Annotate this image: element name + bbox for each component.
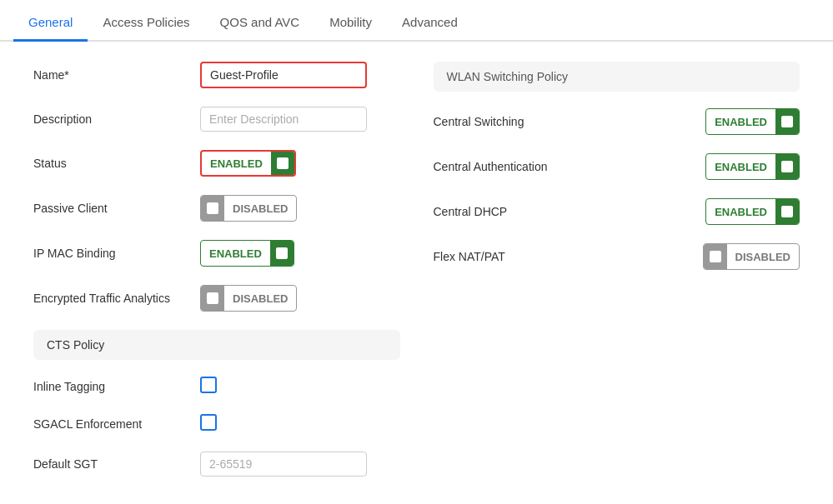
status-toggle-square xyxy=(271,152,294,175)
flex-nat-toggle-square xyxy=(704,244,727,269)
inline-tagging-checkbox[interactable] xyxy=(200,377,217,393)
sgacl-label: SGACL Enforcement xyxy=(33,417,200,431)
central-dhcp-label: Central DHCP xyxy=(434,205,706,218)
tab-qos-avc[interactable]: QOS and AVC xyxy=(205,5,315,42)
eta-row: Encrypted Traffic Analytics DISABLED xyxy=(33,285,400,312)
central-auth-toggle-square xyxy=(775,154,799,179)
central-auth-toggle-label: ENABLED xyxy=(706,154,775,179)
central-dhcp-toggle-square xyxy=(775,199,799,224)
default-sgt-control xyxy=(200,452,400,477)
cts-policy-section: CTS Policy xyxy=(33,330,400,360)
tabs-bar: General Access Policies QOS and AVC Mobi… xyxy=(0,0,833,42)
eta-control: DISABLED xyxy=(200,285,400,312)
status-row: Status ENABLED xyxy=(33,150,400,177)
central-switching-row: Central Switching ENABLED xyxy=(434,108,800,135)
description-row: Description xyxy=(33,107,400,132)
passive-client-toggle[interactable]: DISABLED xyxy=(200,195,297,222)
wlan-switching-title: WLAN Switching Policy xyxy=(434,62,800,92)
central-switching-label: Central Switching xyxy=(434,115,706,128)
passive-client-toggle-label: DISABLED xyxy=(224,196,296,221)
inline-tagging-control xyxy=(200,377,400,396)
status-label: Status xyxy=(33,157,200,170)
tab-mobility[interactable]: Mobility xyxy=(314,5,387,42)
default-sgt-row: Default SGT xyxy=(33,452,400,477)
central-auth-toggle[interactable]: ENABLED xyxy=(705,153,800,180)
central-switching-control: ENABLED xyxy=(705,108,800,135)
right-panel: WLAN Switching Policy Central Switching … xyxy=(434,62,800,495)
sgacl-checkbox[interactable] xyxy=(200,414,217,431)
central-auth-indicator xyxy=(781,161,793,172)
description-label: Description xyxy=(33,112,200,126)
ip-mac-toggle-square xyxy=(270,241,294,266)
name-control xyxy=(200,62,400,88)
tab-access-policies[interactable]: Access Policies xyxy=(88,5,204,42)
description-input[interactable] xyxy=(200,107,367,132)
central-auth-label: Central Authentication xyxy=(434,160,706,173)
default-sgt-input[interactable] xyxy=(200,452,367,477)
flex-nat-control: DISABLED xyxy=(703,243,800,270)
passive-client-label: Passive Client xyxy=(33,202,200,215)
central-dhcp-row: Central DHCP ENABLED xyxy=(434,198,800,225)
flex-nat-toggle-label: DISABLED xyxy=(727,244,799,269)
central-switching-toggle-square xyxy=(775,109,799,134)
tab-general[interactable]: General xyxy=(13,5,88,42)
flex-nat-label: Flex NAT/PAT xyxy=(434,250,703,263)
inline-tagging-label: Inline Tagging xyxy=(33,380,200,393)
eta-label: Encrypted Traffic Analytics xyxy=(33,292,200,305)
inline-tagging-row: Inline Tagging xyxy=(33,377,400,396)
ip-mac-toggle-label: ENABLED xyxy=(201,241,270,266)
central-dhcp-toggle-label: ENABLED xyxy=(706,199,775,224)
central-switching-indicator xyxy=(781,116,793,127)
central-dhcp-toggle[interactable]: ENABLED xyxy=(705,198,800,225)
flex-nat-indicator xyxy=(710,251,721,262)
status-toggle-indicator xyxy=(277,157,289,169)
passive-client-indicator xyxy=(207,202,218,214)
status-control: ENABLED xyxy=(200,150,400,177)
passive-client-toggle-square xyxy=(201,196,224,221)
name-label: Name* xyxy=(33,68,200,82)
tab-advanced[interactable]: Advanced xyxy=(387,5,473,42)
sgacl-row: SGACL Enforcement xyxy=(33,414,400,433)
passive-client-control: DISABLED xyxy=(200,195,400,222)
ip-mac-control: ENABLED xyxy=(200,240,400,267)
description-control xyxy=(200,107,400,132)
ip-mac-toggle[interactable]: ENABLED xyxy=(200,240,294,267)
passive-client-row: Passive Client DISABLED xyxy=(33,195,400,222)
ip-mac-indicator xyxy=(276,247,288,259)
main-content: Name* Description Status ENABLED xyxy=(0,42,833,504)
central-dhcp-control: ENABLED xyxy=(705,198,800,225)
flex-nat-row: Flex NAT/PAT DISABLED xyxy=(434,243,800,270)
central-auth-control: ENABLED xyxy=(705,153,800,180)
ip-mac-label: IP MAC Binding xyxy=(33,247,200,260)
name-row: Name* xyxy=(33,62,400,88)
eta-toggle[interactable]: DISABLED xyxy=(200,285,297,312)
left-panel: Name* Description Status ENABLED xyxy=(33,62,400,495)
name-input[interactable] xyxy=(200,62,367,88)
eta-toggle-label: DISABLED xyxy=(224,286,296,311)
central-auth-row: Central Authentication ENABLED xyxy=(434,153,800,180)
default-sgt-label: Default SGT xyxy=(33,457,200,471)
sgacl-control xyxy=(200,414,400,433)
flex-nat-toggle[interactable]: DISABLED xyxy=(703,243,800,270)
status-toggle[interactable]: ENABLED xyxy=(200,150,296,177)
eta-toggle-square xyxy=(201,286,224,311)
central-switching-toggle-label: ENABLED xyxy=(706,109,775,134)
ip-mac-row: IP MAC Binding ENABLED xyxy=(33,240,400,267)
central-dhcp-indicator xyxy=(781,206,793,217)
eta-indicator xyxy=(207,292,218,304)
central-switching-toggle[interactable]: ENABLED xyxy=(705,108,800,135)
status-toggle-label: ENABLED xyxy=(202,152,271,175)
